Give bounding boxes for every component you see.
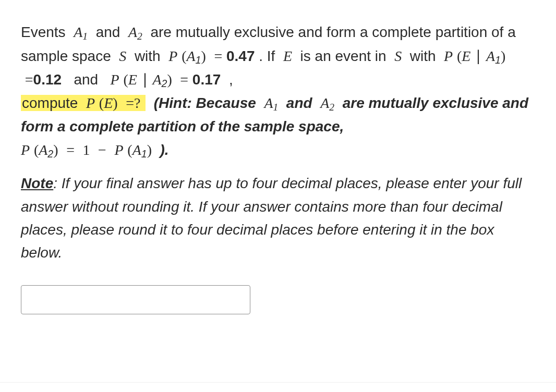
text-segment: . If <box>259 48 275 64</box>
highlighted-task: compute P (E) =? <box>21 95 146 111</box>
math-A2: A2 <box>128 24 142 40</box>
note-block: Note: If your final answer has up to fou… <box>21 172 535 264</box>
question-container: Events A1 and A2 are mutually exclusive … <box>0 0 556 392</box>
math-A1: A1 <box>74 24 88 40</box>
divider <box>0 382 556 383</box>
note-text: : If your final answer has up to four de… <box>21 175 522 261</box>
text-segment: Events <box>21 24 66 40</box>
value-PEa2: 0.17 <box>192 71 221 88</box>
answer-input[interactable] <box>21 285 250 314</box>
text-segment: and <box>96 24 120 40</box>
question-text: Events A1 and A2 are mutually exclusive … <box>21 21 535 162</box>
math-E: E <box>283 48 292 64</box>
value-PA1: 0.47 <box>226 48 255 64</box>
math-S: S <box>119 48 126 64</box>
text-segment: is an event in <box>300 48 386 64</box>
text-segment: , <box>229 71 233 88</box>
note-label: Note <box>21 175 53 191</box>
math-P: P <box>168 48 177 64</box>
value-PEa1: 0.12 <box>33 71 62 88</box>
text-segment: with <box>410 48 436 64</box>
text-segment: with <box>135 48 161 64</box>
text-segment: and <box>74 71 98 88</box>
